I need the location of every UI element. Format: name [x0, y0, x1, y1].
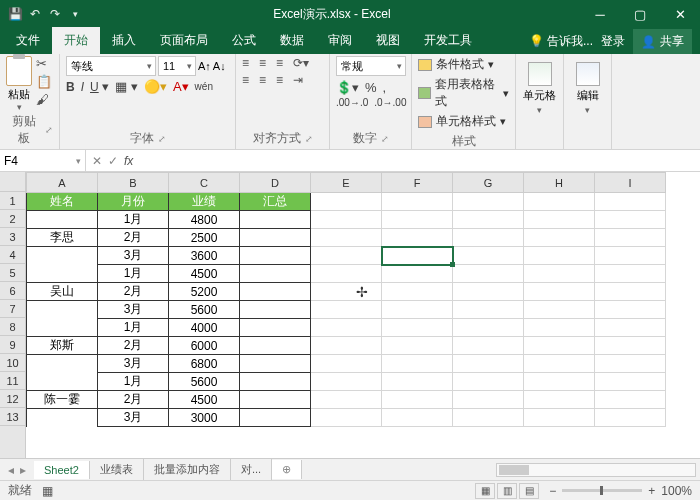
cell[interactable]: [595, 391, 666, 409]
cell[interactable]: [311, 319, 382, 337]
tab-review[interactable]: 审阅: [316, 27, 364, 54]
sheet-tab[interactable]: 业绩表: [90, 459, 144, 480]
cell[interactable]: [382, 229, 453, 247]
column-header[interactable]: B: [98, 173, 169, 193]
cell[interactable]: [524, 301, 595, 319]
page-break-view-icon[interactable]: ▤: [519, 483, 539, 499]
sheet-tab[interactable]: 批量添加内容: [144, 459, 231, 480]
cell[interactable]: 2500: [169, 229, 240, 247]
font-size-combo[interactable]: 11: [158, 56, 196, 76]
cell[interactable]: 5600: [169, 301, 240, 319]
cell[interactable]: 1月: [98, 319, 169, 337]
row-header[interactable]: 8: [0, 318, 25, 336]
cell[interactable]: [524, 355, 595, 373]
cell[interactable]: [524, 193, 595, 211]
cell[interactable]: [524, 229, 595, 247]
cell[interactable]: 3000: [169, 409, 240, 427]
cell[interactable]: [240, 283, 311, 301]
number-launcher-icon[interactable]: ⤢: [381, 134, 389, 144]
cell[interactable]: [382, 283, 453, 301]
cell[interactable]: [382, 193, 453, 211]
number-format-combo[interactable]: 常规: [336, 56, 406, 76]
row-header[interactable]: 2: [0, 210, 25, 228]
cell[interactable]: [453, 337, 524, 355]
cell[interactable]: [524, 265, 595, 283]
table-header-cell[interactable]: 姓名: [27, 193, 98, 211]
cell[interactable]: 4000: [169, 319, 240, 337]
edit-button[interactable]: 编辑 ▾: [570, 56, 605, 115]
cell[interactable]: [382, 211, 453, 229]
name-box[interactable]: F4: [0, 150, 86, 172]
share-button[interactable]: 👤共享: [633, 29, 692, 54]
cell[interactable]: [311, 337, 382, 355]
cell[interactable]: [595, 319, 666, 337]
italic-button[interactable]: I: [81, 79, 84, 94]
cell[interactable]: [240, 355, 311, 373]
cell[interactable]: [311, 265, 382, 283]
column-header[interactable]: F: [382, 173, 453, 193]
column-header[interactable]: C: [169, 173, 240, 193]
sheet-tab[interactable]: Sheet2: [34, 461, 90, 479]
table-header-cell[interactable]: 汇总: [240, 193, 311, 211]
cell[interactable]: 1月: [98, 373, 169, 391]
row-header[interactable]: 3: [0, 228, 25, 246]
cells-button[interactable]: 单元格 ▾: [522, 56, 557, 115]
cell[interactable]: 2月: [98, 337, 169, 355]
cell[interactable]: [240, 211, 311, 229]
orientation-icon[interactable]: ⟳▾: [293, 56, 309, 70]
login-button[interactable]: 登录: [601, 33, 625, 50]
cell[interactable]: [240, 319, 311, 337]
cell[interactable]: [382, 337, 453, 355]
cell[interactable]: [240, 301, 311, 319]
sheet-tab[interactable]: 对...: [231, 459, 272, 480]
cell[interactable]: [311, 409, 382, 427]
cell[interactable]: 4500: [169, 391, 240, 409]
macro-record-icon[interactable]: ▦: [42, 484, 53, 498]
cell[interactable]: [240, 391, 311, 409]
row-header[interactable]: 13: [0, 408, 25, 426]
cell[interactable]: 5200: [169, 283, 240, 301]
column-header[interactable]: D: [240, 173, 311, 193]
comma-icon[interactable]: ,: [383, 80, 387, 95]
cell[interactable]: 郑斯: [27, 337, 98, 355]
align-center-icon[interactable]: ≡: [259, 73, 266, 87]
cell[interactable]: 4500: [169, 265, 240, 283]
cell[interactable]: [311, 301, 382, 319]
cell[interactable]: [453, 319, 524, 337]
cell[interactable]: [453, 373, 524, 391]
cell[interactable]: [382, 301, 453, 319]
cell[interactable]: 3月: [98, 301, 169, 319]
cell[interactable]: [524, 391, 595, 409]
cell[interactable]: 6000: [169, 337, 240, 355]
redo-icon[interactable]: ↷: [46, 5, 64, 23]
cell[interactable]: [595, 355, 666, 373]
cell[interactable]: [524, 211, 595, 229]
cut-icon[interactable]: ✂: [36, 56, 52, 71]
cell[interactable]: [595, 211, 666, 229]
tab-view[interactable]: 视图: [364, 27, 412, 54]
cell[interactable]: [240, 337, 311, 355]
cell[interactable]: 5600: [169, 373, 240, 391]
cell[interactable]: 3月: [98, 409, 169, 427]
table-format-button[interactable]: 套用表格格式 ▾: [418, 76, 509, 110]
cell[interactable]: [27, 301, 98, 319]
cell[interactable]: [382, 319, 453, 337]
conditional-format-button[interactable]: 条件格式 ▾: [418, 56, 509, 73]
close-button[interactable]: ✕: [660, 0, 700, 28]
cell[interactable]: [595, 283, 666, 301]
cell[interactable]: [27, 409, 98, 427]
cell[interactable]: [240, 229, 311, 247]
cell[interactable]: [240, 373, 311, 391]
cell[interactable]: 吴山: [27, 283, 98, 301]
cell[interactable]: 3月: [98, 247, 169, 265]
cell[interactable]: 陈一霎: [27, 391, 98, 409]
copy-icon[interactable]: 📋: [36, 74, 52, 89]
cell[interactable]: [311, 247, 382, 265]
cell[interactable]: [382, 391, 453, 409]
row-header[interactable]: 7: [0, 300, 25, 318]
cell[interactable]: 4800: [169, 211, 240, 229]
align-top-icon[interactable]: ≡: [242, 56, 249, 70]
cell[interactable]: [27, 247, 98, 265]
cell[interactable]: [27, 373, 98, 391]
zoom-out-icon[interactable]: −: [549, 484, 556, 498]
